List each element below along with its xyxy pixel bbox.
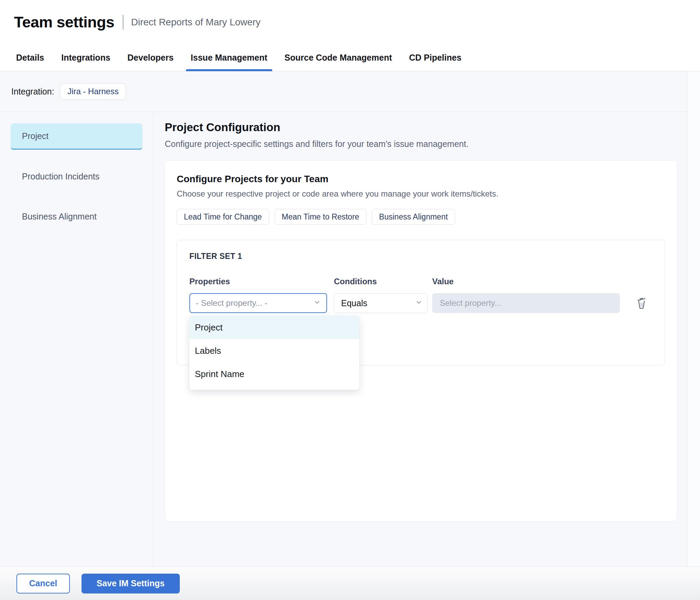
tab-integrations[interactable]: Integrations [57, 45, 115, 71]
value-input[interactable] [432, 293, 620, 313]
chevron-down-icon [313, 299, 321, 308]
filter-column-headers: Properties Conditions Value [189, 277, 652, 286]
section-subtitle: Configure project-specific settings and … [165, 139, 677, 149]
save-im-settings-button[interactable]: Save IM Settings [82, 574, 180, 593]
tab-developers[interactable]: Developers [123, 45, 178, 71]
scrollbar-gutter[interactable] [687, 71, 700, 566]
sidebar-item-business-alignment[interactable]: Business Alignment [11, 203, 142, 230]
column-label-value: Value [432, 277, 620, 286]
page-subtitle: Direct Reports of Mary Lowery [131, 17, 261, 28]
tab-source-code-management[interactable]: Source Code Management [280, 45, 397, 71]
chip-mean-time-to-restore[interactable]: Mean Time to Restore [275, 209, 366, 225]
team-settings-page: Team settings Direct Reports of Mary Low… [0, 0, 700, 600]
chip-business-alignment[interactable]: Business Alignment [372, 209, 455, 225]
dropdown-option-labels[interactable]: Labels [189, 339, 359, 362]
integration-chip[interactable]: Jira - Harness [60, 83, 126, 100]
chip-lead-time-for-change[interactable]: Lead Time for Change [177, 209, 269, 225]
page-header: Team settings Direct Reports of Mary Low… [0, 0, 700, 45]
page-title: Team settings [14, 13, 114, 31]
property-select-placeholder: - Select property... - [196, 298, 267, 308]
integration-row: Integration: Jira - Harness [0, 71, 700, 112]
metric-chips: Lead Time for Change Mean Time to Restor… [177, 209, 665, 225]
footer-action-bar: Cancel Save IM Settings [0, 566, 700, 600]
body-row: Project Production Incidents Business Al… [0, 112, 700, 566]
main-area: Integration: Jira - Harness Project Prod… [0, 71, 700, 566]
tab-issue-management[interactable]: Issue Management [186, 45, 272, 71]
condition-select[interactable]: Equals [334, 293, 428, 313]
dropdown-option-project[interactable]: Project [189, 316, 359, 339]
chevron-down-icon [415, 299, 423, 308]
sidebar: Project Production Incidents Business Al… [0, 112, 153, 566]
delete-filter-button[interactable] [636, 296, 647, 310]
cancel-button[interactable]: Cancel [16, 574, 70, 593]
configure-projects-card: Configure Projects for your Team Choose … [165, 160, 677, 522]
condition-select-value: Equals [341, 298, 367, 308]
title-separator [123, 15, 124, 30]
filter-set-panel: FILTER SET 1 Properties Conditions Value… [177, 240, 665, 365]
section-title: Project Configuration [165, 121, 677, 134]
trash-icon [636, 306, 647, 311]
sidebar-item-project[interactable]: Project [11, 123, 142, 150]
property-select[interactable]: - Select property... - Project Labels Sp… [189, 293, 327, 313]
tab-cd-pipelines[interactable]: CD Pipelines [404, 45, 466, 71]
tab-details[interactable]: Details [11, 45, 49, 71]
column-label-conditions: Conditions [334, 277, 432, 286]
property-dropdown-menu: Project Labels Sprint Name [189, 316, 359, 390]
sidebar-item-production-incidents[interactable]: Production Incidents [11, 163, 142, 190]
dropdown-option-sprint-name[interactable]: Sprint Name [189, 362, 359, 386]
card-title: Configure Projects for your Team [177, 174, 665, 185]
tab-bar: Details Integrations Developers Issue Ma… [0, 45, 700, 71]
content-panel: Project Configuration Configure project-… [153, 112, 700, 566]
card-subtitle: Choose your respective project or code a… [177, 189, 665, 199]
filter-set-title: FILTER SET 1 [189, 252, 652, 261]
integration-label: Integration: [11, 87, 54, 97]
filter-row: - Select property... - Project Labels Sp… [189, 293, 652, 313]
column-label-properties: Properties [189, 277, 334, 286]
